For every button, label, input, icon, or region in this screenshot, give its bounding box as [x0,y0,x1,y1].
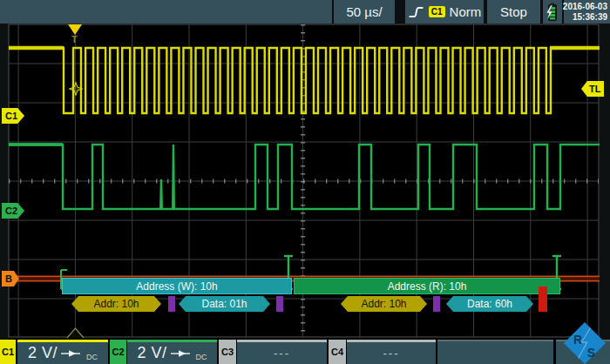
bus-frame-read: Address (R): 10h [294,278,560,294]
bus-ack-marker [168,296,175,312]
channel3-label[interactable]: C3 [219,340,236,364]
bus-frame-write: Address (W): 10h [62,278,292,294]
oscilloscope-screen: 50 µs/ C1 Norm Stop 2016-06-03 [0,0,610,364]
run-stop-button[interactable]: Stop [487,0,540,24]
channel4-settings-button[interactable]: --- [347,340,436,364]
channel1-settings-button[interactable]: 2 V/ DC [17,340,108,364]
probe-icon [171,349,192,358]
waveform-display-area[interactable]: T C1 C2 B TL Address (W): 10hAddress (R)… [0,24,610,340]
bus-marker-label: B [5,273,12,284]
timebase-value: 50 µs/ [346,4,382,19]
channel2-scale: 2 V/ [137,344,166,362]
trigger-level-label: TL [589,84,600,94]
svg-text:R: R [573,333,582,347]
rising-edge-icon [408,4,424,20]
trigger-mode-label: Norm [450,4,482,19]
bus-nack-marker [539,286,547,312]
channel2-coupling: DC [196,353,207,361]
channel-settings-bar: C1 2 V/ DC C2 2 V/ DC C3 --- C4 --- [0,340,610,364]
bus-ack-marker [433,296,440,312]
time-label: 15:36:39 [573,12,607,23]
run-status-label: Stop [500,4,527,19]
bus-token-data: Data: 60h [446,296,533,312]
channel1-label[interactable]: C1 [0,340,16,364]
top-status-bar: 50 µs/ C1 Norm Stop 2016-06-03 [0,0,610,24]
battery-charging-icon [544,2,561,23]
channel3-value: --- [274,347,290,360]
bus-token-data: Data: 01h [179,296,270,312]
channel1-offset-indicator [66,327,85,339]
timebase-button[interactable]: 50 µs/ [334,0,395,24]
bus-ack-marker [276,296,283,312]
channel1-scale: 2 V/ [28,344,58,362]
datetime-display: 2016-06-03 15:36:39 [564,0,610,24]
channel4-label[interactable]: C4 [329,340,346,364]
svg-text:S: S [587,346,595,360]
channel4-value: --- [383,347,400,360]
battery-status [543,0,562,24]
channel2-marker-label: C2 [5,206,17,216]
rohde-schwarz-logo: R S [562,322,607,364]
trigger-time-label: T [71,34,78,44]
bus-token-addr: Addr: 10h [341,296,427,312]
channel1-marker-label: C1 [5,111,17,121]
probe-icon [61,349,82,358]
bus-token-addr: Addr: 10h [71,296,161,312]
channel3-settings-button[interactable]: --- [237,340,327,364]
trigger-settings-button[interactable]: C1 Norm [405,0,484,24]
trigger-source-badge: C1 [429,6,445,17]
topbar-empty-area [0,0,332,24]
trigger-point-icon [69,82,83,96]
channel1-coupling: DC [86,353,98,361]
settings-bar-empty-1 [437,340,553,364]
channel2-label[interactable]: C2 [110,340,126,364]
date-label: 2016-06-03 [563,2,607,12]
channel2-settings-button[interactable]: 2 V/ DC [127,340,217,364]
